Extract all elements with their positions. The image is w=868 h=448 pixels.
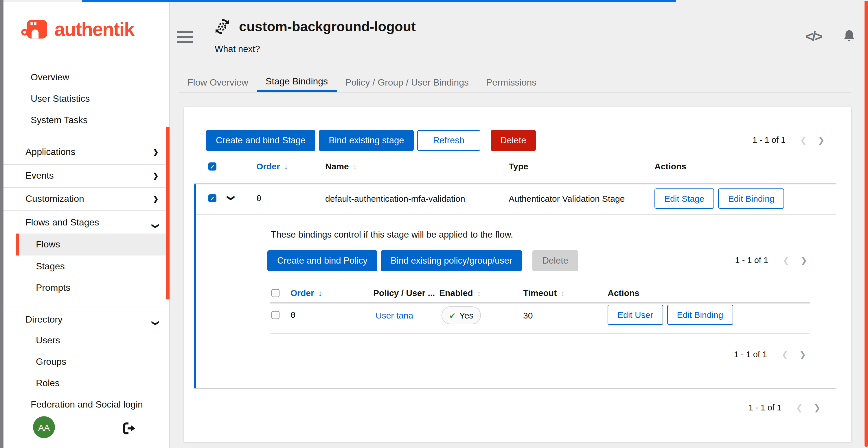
- sidebar-item-directory[interactable]: Directory: [26, 314, 62, 325]
- column-header-order[interactable]: Order↓: [256, 161, 288, 172]
- authentik-key-icon: [21, 16, 51, 43]
- pagination-inner-top: 1 - 1 of 1 ❮ ❯: [735, 255, 807, 265]
- stage-bindings-card: Create and bind Stage Bind existing stag…: [184, 107, 851, 442]
- notifications-button[interactable]: [842, 29, 857, 46]
- pagination-prev-icon[interactable]: ❮: [781, 350, 788, 359]
- row-selected-accent: [194, 184, 196, 388]
- sidebar-divider: [3, 187, 169, 188]
- bindings-column-enabled[interactable]: Enabled↕: [439, 288, 481, 298]
- sidebar-item-roles[interactable]: Roles: [36, 378, 60, 388]
- row-actions: Edit Stage Edit Binding: [654, 188, 784, 209]
- pagination-next-icon[interactable]: ❯: [818, 135, 825, 144]
- sidebar-item-applications[interactable]: Applications: [26, 147, 75, 157]
- binding-row-timeout-cell: 30: [523, 310, 533, 320]
- column-header-actions: Actions: [654, 161, 686, 171]
- code-icon: </>: [806, 29, 822, 44]
- sidebar-item-user-statistics[interactable]: User Statistics: [31, 94, 90, 104]
- pagination-label: 1 - 1 of 1: [748, 403, 781, 412]
- authentik-admin-app: authentik Overview User Statistics Syste…: [0, 0, 868, 448]
- sidebar-item-customization[interactable]: Customization: [26, 194, 84, 204]
- refresh-button[interactable]: Refresh: [417, 130, 480, 151]
- enabled-badge-label: Yes: [459, 310, 473, 320]
- sidebar-toggle-button[interactable]: [177, 31, 193, 43]
- bind-existing-policy-button[interactable]: Bind existing policy/group/user: [381, 250, 522, 271]
- select-all-checkbox[interactable]: ✓: [208, 163, 216, 171]
- sidebar-item-stages[interactable]: Stages: [36, 261, 65, 272]
- tab-flow-overview[interactable]: Flow Overview: [179, 73, 257, 92]
- pagination-next-icon[interactable]: ❯: [799, 350, 806, 359]
- user-avatar[interactable]: AA: [33, 416, 55, 438]
- bell-icon: [842, 29, 857, 43]
- tab-policy-group-user-bindings[interactable]: Policy / Group / User Bindings: [337, 73, 477, 92]
- flow-type-icon: [213, 18, 231, 38]
- pagination-label: 1 - 1 of 1: [752, 135, 785, 144]
- sidebar-item-flows-and-stages[interactable]: Flows and Stages: [26, 217, 99, 228]
- check-icon: ✔: [449, 311, 456, 320]
- binding-row-bottom-border: [270, 333, 810, 334]
- bindings-description: These bindings control if this stage wil…: [271, 230, 513, 240]
- row-expand-chevron-icon[interactable]: ❯: [227, 195, 236, 201]
- sidebar-item-flows[interactable]: Flows: [36, 239, 60, 250]
- chevron-down-icon: ❯: [152, 223, 160, 229]
- sidebar-divider: [3, 210, 169, 211]
- sidebar-item-events[interactable]: Events: [26, 171, 54, 181]
- chevron-right-icon: ❯: [153, 195, 159, 203]
- sidebar-item-prompts[interactable]: Prompts: [36, 283, 70, 293]
- pagination-prev-icon[interactable]: ❮: [800, 135, 807, 144]
- api-drawer-button[interactable]: </>: [806, 29, 822, 44]
- row-checkbox[interactable]: ✓: [208, 194, 216, 202]
- bindings-header-separator: [270, 302, 810, 303]
- bindings-column-actions: Actions: [608, 288, 640, 298]
- delete-button[interactable]: Delete: [490, 130, 536, 151]
- window-edge-left-strip: [0, 0, 3, 448]
- edit-binding-button[interactable]: Edit Binding: [718, 188, 784, 209]
- sidebar-item-system-tasks[interactable]: System Tasks: [31, 115, 88, 126]
- bind-existing-stage-button[interactable]: Bind existing stage: [319, 130, 414, 151]
- edit-user-button[interactable]: Edit User: [608, 305, 663, 325]
- sidebar-item-overview[interactable]: Overview: [31, 72, 69, 83]
- binding-edit-binding-button[interactable]: Edit Binding: [667, 305, 733, 325]
- bindings-column-order[interactable]: Order↓: [290, 288, 322, 298]
- sort-icon: ↕: [561, 289, 564, 298]
- create-and-bind-stage-button[interactable]: Create and bind Stage: [206, 130, 315, 151]
- create-and-bind-policy-button[interactable]: Create and bind Policy: [267, 250, 377, 271]
- logout-button[interactable]: [122, 422, 136, 435]
- bindings-select-all-checkbox[interactable]: [271, 289, 279, 297]
- binding-row-actions: Edit User Edit Binding: [608, 305, 733, 325]
- sidebar-item-flows-selected-bg[interactable]: Flows: [16, 234, 169, 255]
- bindings-toolbar: Create and bind Policy Bind existing pol…: [267, 250, 578, 271]
- sidebar-item-federation[interactable]: Federation and Social login: [31, 400, 143, 410]
- brand-logo[interactable]: authentik: [21, 16, 134, 43]
- tab-stage-bindings[interactable]: Stage Bindings: [257, 73, 337, 92]
- sidebar-item-users[interactable]: Users: [36, 335, 60, 346]
- tab-permissions[interactable]: Permissions: [477, 73, 545, 92]
- tab-bar: Flow Overview Stage Bindings Policy / Gr…: [179, 73, 545, 92]
- pagination-bottom: 1 - 1 of 1 ❮ ❯: [748, 403, 820, 412]
- binding-row-checkbox[interactable]: [271, 311, 279, 319]
- row-order-cell: 0: [256, 194, 261, 203]
- binding-row-user-link[interactable]: User tana: [376, 310, 413, 320]
- pagination-inner-bottom: 1 - 1 of 1 ❮ ❯: [734, 350, 806, 359]
- sort-icon: ↕: [477, 289, 481, 298]
- pagination-prev-icon[interactable]: ❮: [783, 255, 789, 265]
- window-edge-right-strip: [865, 1, 868, 447]
- sort-desc-icon: ↓: [318, 288, 322, 298]
- bindings-column-timeout[interactable]: Timeout↕: [523, 288, 564, 298]
- row-bottom-border: [196, 214, 836, 215]
- pagination-prev-icon[interactable]: ❮: [796, 403, 803, 412]
- pagination-label: 1 - 1 of 1: [735, 255, 768, 265]
- column-header-name[interactable]: Name↕: [325, 161, 357, 172]
- binding-row-order-cell: 0: [290, 310, 296, 320]
- sidebar-scrollbar-thumb[interactable]: [166, 127, 169, 300]
- selected-accent-bar: [16, 234, 19, 255]
- bindings-delete-button-disabled[interactable]: Delete: [532, 250, 578, 271]
- chevron-right-icon: ❯: [153, 172, 159, 180]
- row-name-cell: default-authentication-mfa-validation: [325, 194, 465, 204]
- edit-stage-button[interactable]: Edit Stage: [654, 188, 714, 209]
- pagination-next-icon[interactable]: ❯: [801, 255, 807, 265]
- sidebar-divider: [3, 139, 169, 139]
- row-type-cell: Authenticator Validation Stage: [509, 194, 625, 204]
- pagination-next-icon[interactable]: ❯: [814, 403, 820, 412]
- sidebar-item-groups[interactable]: Groups: [36, 357, 66, 367]
- chevron-down-icon: ❯: [152, 320, 160, 326]
